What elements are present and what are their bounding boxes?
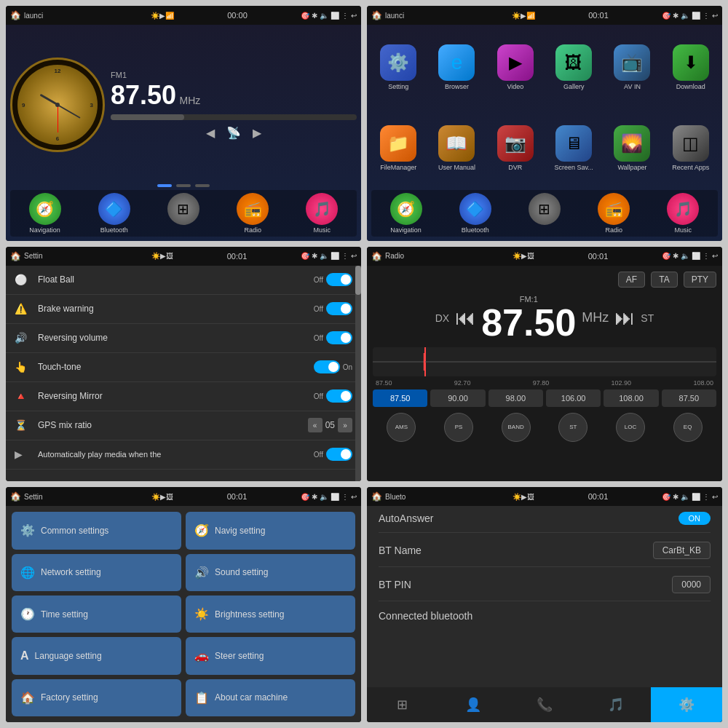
settings-steer[interactable]: 🚗 Steer setting	[186, 637, 355, 674]
settings-common[interactable]: ⚙️ Common settings	[12, 512, 181, 549]
menu-icon-1[interactable]: ⋮	[341, 12, 349, 20]
bt-bottom-contacts[interactable]: 👤	[438, 687, 510, 722]
app-radio-2[interactable]: 📻 Radio	[592, 193, 636, 234]
settings-factory[interactable]: 🏠 Factory setting	[12, 679, 181, 716]
btname-value[interactable]: CarBt_KB	[653, 542, 711, 559]
app-screensave[interactable]: 🖥 Screen Sav...	[547, 110, 601, 186]
preset-5[interactable]: 108.00	[604, 389, 658, 407]
app-manual[interactable]: 📖 User Manual	[430, 110, 483, 186]
prev-btn[interactable]: ◀	[206, 126, 215, 140]
bt-bottom-music[interactable]: 🎵	[580, 687, 652, 722]
app-download[interactable]: ⬇ Download	[664, 29, 718, 106]
app-bt-2[interactable]: 🔷 Bluetooth	[454, 193, 497, 234]
app-video[interactable]: ▶ Video	[488, 29, 542, 106]
app-grid-1[interactable]: ⊞	[162, 193, 205, 234]
app-avin[interactable]: 📺 AV IN	[605, 29, 659, 106]
back-icon-3[interactable]: ↩	[351, 252, 357, 260]
stepper-inc[interactable]: »	[338, 418, 352, 432]
app-filemanager[interactable]: 📁 FileManager	[371, 110, 425, 186]
menu-icon-2[interactable]: ⋮	[703, 12, 710, 20]
preset-3[interactable]: 98.00	[488, 389, 543, 407]
settings-time[interactable]: 🕐 Time setting	[12, 596, 181, 633]
app-gallery[interactable]: 🖼 Gallery	[547, 29, 601, 106]
app-dvr[interactable]: 📷 DVR	[488, 110, 542, 186]
af-button[interactable]: AF	[618, 272, 645, 288]
home-icon-3[interactable]: 🏠	[10, 251, 21, 261]
radio-next-btn[interactable]: ⏭	[614, 306, 635, 330]
home-icon-6[interactable]: 🏠	[371, 491, 382, 502]
app-wallpaper[interactable]: 🌄 Wallpaper	[605, 110, 659, 186]
app-navigation-1[interactable]: 🧭 Navigation	[23, 193, 67, 234]
home-icon-1[interactable]: 🏠	[10, 10, 21, 20]
dot-1[interactable]	[157, 184, 172, 187]
back-icon-6[interactable]: ↩	[712, 493, 718, 501]
bt-bottom-grid[interactable]: ⊞	[367, 687, 438, 722]
preset-2[interactable]: 90.00	[430, 389, 485, 407]
app-music-1[interactable]: 🎵 Music	[300, 193, 344, 234]
btpin-value[interactable]: 0000	[672, 576, 711, 593]
ams-button[interactable]: AMS	[387, 413, 416, 442]
scrollbar-3[interactable]	[355, 266, 361, 482]
home-icon-2[interactable]: 🏠	[371, 10, 382, 20]
reversingvol-switch[interactable]	[326, 331, 352, 344]
app-music-2[interactable]: 🎵 Music	[661, 193, 705, 234]
touchtone-toggle[interactable]: On	[314, 360, 352, 373]
app-grid-2[interactable]: ⊞	[523, 193, 566, 234]
settings-navig[interactable]: 🧭 Navig setting	[186, 512, 355, 549]
app-recentapps[interactable]: ◫ Recent Apps	[664, 110, 718, 186]
next-btn[interactable]: ▶	[253, 126, 261, 140]
app-radio-1[interactable]: 📻 Radio	[231, 193, 274, 234]
scrollbar-thumb-3[interactable]	[355, 266, 361, 295]
preset-1[interactable]: 87.50	[373, 389, 427, 407]
home-icon-5[interactable]: 🏠	[10, 491, 21, 502]
band-button[interactable]: BAND	[502, 413, 531, 442]
app-browser[interactable]: e Browser	[430, 29, 483, 106]
back-icon-2[interactable]: ↩	[712, 12, 718, 20]
autoanswer-toggle[interactable]: ON	[678, 512, 711, 525]
ps-button[interactable]: PS	[444, 413, 473, 442]
automedia-switch[interactable]	[326, 448, 352, 461]
eq-button[interactable]: EQ	[673, 413, 703, 442]
app-bluetooth-1[interactable]: 🔷 Bluetooth	[92, 193, 136, 234]
preset-4[interactable]: 106.00	[546, 389, 601, 407]
reversingmirror-toggle[interactable]: Off	[314, 389, 352, 403]
menu-icon-4[interactable]: ⋮	[703, 252, 710, 260]
settings-language[interactable]: A Language setting	[12, 637, 181, 674]
back-icon-5[interactable]: ↩	[351, 493, 357, 501]
dot-3[interactable]	[195, 184, 210, 187]
brake-switch[interactable]	[326, 302, 352, 315]
preset-6[interactable]: 87.50	[662, 389, 716, 407]
st-button[interactable]: ST	[558, 413, 587, 442]
gpsmix-stepper[interactable]: « 05 »	[308, 418, 352, 432]
settings-about[interactable]: 📋 About car machine	[186, 679, 355, 716]
touchtone-switch[interactable]	[314, 360, 340, 373]
dot-2[interactable]	[176, 184, 191, 187]
automedia-toggle[interactable]: Off	[314, 448, 352, 461]
gallery-label: Gallery	[563, 83, 585, 90]
steer-label: Steer setting	[215, 651, 264, 661]
menu-icon-3[interactable]: ⋮	[341, 252, 349, 260]
radio-prev-btn[interactable]: ⏮	[455, 306, 475, 330]
back-icon-4[interactable]: ↩	[712, 252, 718, 260]
reversingmirror-switch[interactable]	[326, 389, 352, 403]
back-icon-1[interactable]: ↩	[351, 12, 357, 20]
app-setting[interactable]: ⚙️ Setting	[371, 29, 425, 106]
bt-bottom-call[interactable]: 📞	[509, 687, 580, 722]
stepper-dec[interactable]: «	[308, 418, 323, 432]
radio-icon-2: 📻	[598, 193, 630, 225]
loc-button[interactable]: LOC	[616, 413, 645, 442]
ta-button[interactable]: TA	[651, 272, 677, 288]
settings-network[interactable]: 🌐 Network setting	[12, 554, 181, 591]
settings-brightness[interactable]: ☀️ Brightness setting	[186, 596, 355, 633]
bt-bottom-settings[interactable]: ⚙️	[651, 687, 722, 722]
settings-sound[interactable]: 🔊 Sound setting	[186, 554, 355, 591]
app-nav-2[interactable]: 🧭 Navigation	[384, 193, 428, 234]
pty-button[interactable]: PTY	[684, 272, 716, 288]
floatball-toggle[interactable]: Off	[314, 273, 352, 286]
home-icon-4[interactable]: 🏠	[371, 251, 382, 261]
menu-icon-5[interactable]: ⋮	[341, 493, 349, 501]
brake-toggle[interactable]: Off	[314, 302, 352, 315]
floatball-switch[interactable]	[326, 273, 352, 286]
menu-icon-6[interactable]: ⋮	[703, 493, 710, 501]
reversingvol-toggle[interactable]: Off	[314, 331, 352, 344]
